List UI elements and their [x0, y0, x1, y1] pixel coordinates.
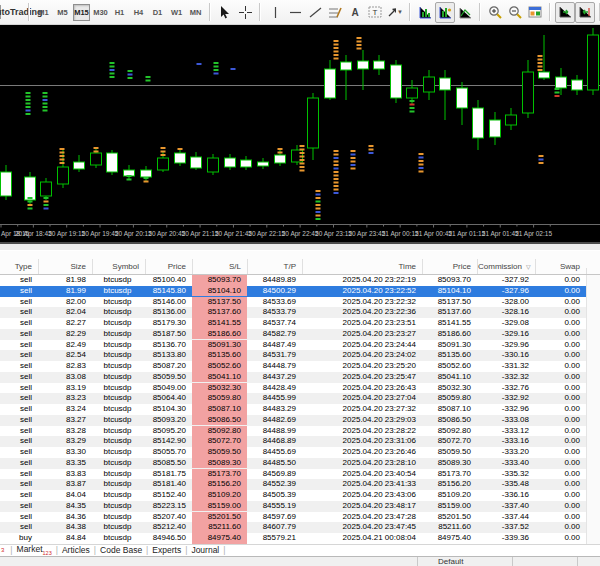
cell-type: sell [0, 426, 38, 437]
chart-autoscroll-button[interactable] [555, 2, 575, 23]
cell-size: 82.00 [38, 297, 92, 308]
tab-experts[interactable]: Experts [152, 545, 181, 555]
column-header-size[interactable]: Size [38, 259, 92, 274]
zoom-out-button[interactable] [505, 2, 525, 23]
cursor-tool-button[interactable] [215, 2, 235, 23]
price-chart[interactable]: Apr 18:1520 Apr 18:4520 Apr 19:1520 Apr … [0, 25, 600, 242]
table-row[interactable]: sell83.24btcusdp85104.3085087.1084483.29… [0, 404, 600, 415]
text-tool-button[interactable]: A [345, 2, 365, 23]
table-row[interactable]: sell83.30btcusdp85055.7085059.5084455.69… [0, 447, 600, 458]
cell-commission: -333.20 [477, 447, 535, 458]
cell-time: 2025.04.20 23:43:06 [302, 490, 422, 501]
cell-type: sell [0, 275, 38, 286]
table-row[interactable]: sell83.83btcusdp85181.7585173.7084569.89… [0, 469, 600, 480]
table-row[interactable]: sell81.99btcusdp85145.8085104.1084500.29… [0, 286, 600, 297]
timeframe-button-m30[interactable]: M30 [92, 4, 109, 21]
timeframe-button-mn[interactable]: MN [187, 4, 204, 21]
fibonacci-tool-button[interactable] [325, 2, 345, 23]
crosshair-tool-button[interactable] [235, 2, 255, 23]
cell-sl: 85141.55 [192, 318, 247, 329]
table-row[interactable]: sell82.00btcusdp85146.0085137.5084533.69… [0, 297, 600, 308]
timeframe-button-m1[interactable]: M1 [35, 4, 52, 21]
column-header-tp[interactable]: T/P [247, 259, 302, 274]
table-row[interactable]: sell83.19btcusdp85049.0085032.3084428.49… [0, 383, 600, 394]
table-row[interactable]: sell82.83btcusdp85087.2085052.6084448.79… [0, 361, 600, 372]
time-axis-label: 20 Apr 18:45 [15, 230, 52, 238]
table-row[interactable]: sell82.29btcusdp85187.5085186.6084582.79… [0, 329, 600, 340]
row-filler [586, 318, 600, 329]
timeframe-button-h1[interactable]: H1 [111, 4, 128, 21]
text-label-tool-button[interactable]: T [365, 2, 385, 23]
table-row[interactable]: sell83.28btcusdp85095.2085092.8084488.99… [0, 426, 600, 437]
table-row[interactable]: buy84.84btcusdp84946.5084975.4085579.212… [0, 533, 600, 544]
table-row[interactable]: sell82.54btcusdp85133.8085135.6084531.79… [0, 350, 600, 361]
column-header-commission[interactable]: Commission▽ [477, 259, 535, 274]
tab-separator: | [94, 545, 96, 555]
text-tool-label: A [351, 7, 358, 18]
timeframe-button-h4[interactable]: H4 [130, 4, 147, 21]
column-header-swap[interactable]: Swap [535, 259, 586, 274]
tile-windows-button[interactable] [525, 2, 545, 23]
chart-shift-button[interactable] [575, 2, 595, 23]
trade-marker-cluster [161, 147, 166, 156]
table-body: sell81.98btcusdp85100.4085093.7084489.89… [0, 275, 600, 544]
indicator-window-button[interactable] [435, 2, 455, 23]
table-row[interactable]: sell83.08btcusdp85059.5085041.1084437.29… [0, 372, 600, 383]
zoom-in-button[interactable] [485, 2, 505, 23]
column-header-sl[interactable]: S/L [192, 259, 247, 274]
table-row[interactable]: sell82.27btcusdp85179.3085141.5584537.74… [0, 318, 600, 329]
autotrading-button[interactable]: AutoTrading [4, 2, 24, 23]
trendline-tool-button[interactable] [305, 2, 325, 23]
cell-sl: 85092.80 [192, 426, 247, 437]
panel-splitter[interactable] [0, 244, 600, 251]
table-row[interactable]: sell82.49btcusdp85136.7085091.3084487.49… [0, 340, 600, 351]
oscillator-button[interactable] [455, 2, 475, 23]
status-bar: Default [0, 556, 600, 566]
row-filler [586, 522, 600, 533]
column-header-type[interactable]: Type [0, 259, 38, 274]
table-row[interactable]: sell84.38btcusdp85212.4085211.6084607.79… [0, 522, 600, 533]
profile-cell[interactable]: Default [418, 557, 513, 566]
column-header-price[interactable]: Price [422, 259, 477, 274]
column-header-symbol[interactable]: Symbol [92, 259, 145, 274]
shapes-tool-button[interactable]: ▼ [385, 2, 405, 23]
cell-sl: 85032.30 [192, 383, 247, 394]
cell-commission: -332.96 [477, 404, 535, 415]
table-row[interactable]: sell83.27btcusdp85093.2085086.5084482.69… [0, 415, 600, 426]
cell-price: 85087.10 [422, 404, 477, 415]
table-row[interactable]: sell81.98btcusdp85100.4085093.7084489.89… [0, 275, 600, 286]
column-header-price[interactable]: Price [145, 259, 192, 274]
cell-sl: 85059.50 [192, 447, 247, 458]
cell-symbol: btcusdp [92, 490, 145, 501]
cell-swap: 0.00 [535, 533, 586, 544]
cell-price: 85186.60 [422, 329, 477, 340]
table-row[interactable]: sell84.36btcusdp85207.4085201.5084597.69… [0, 512, 600, 523]
cell-type: sell [0, 436, 38, 447]
cell-type: sell [0, 404, 38, 415]
cell-tp: 84569.89 [247, 469, 302, 480]
cell-time: 2025.04.20 23:27:32 [302, 404, 422, 415]
table-row[interactable]: sell83.87btcusdp85181.4085156.2084552.39… [0, 479, 600, 490]
indicators-button[interactable] [415, 2, 435, 23]
text-label-icon: T [368, 6, 382, 18]
timeframe-button-m5[interactable]: M5 [54, 4, 71, 21]
cell-time: 2025.04.20 23:47:28 [302, 512, 422, 523]
timeframe-button-w1[interactable]: W1 [168, 4, 185, 21]
vertical-line-tool-button[interactable] [265, 2, 285, 23]
table-row[interactable]: sell83.29btcusdp85142.9085072.7084468.89… [0, 436, 600, 447]
tab-market[interactable]: Market123 [17, 544, 52, 556]
tab-journal[interactable]: Journal [191, 545, 219, 555]
horizontal-line-tool-button[interactable] [285, 2, 305, 23]
timeframe-button-m15[interactable]: M15 [73, 4, 90, 21]
table-row[interactable]: sell84.04btcusdp85152.4085109.2084505.39… [0, 490, 600, 501]
tab-separator: | [56, 545, 58, 555]
table-row[interactable]: sell82.04btcusdp85136.0085137.6084533.79… [0, 307, 600, 318]
column-header-time[interactable]: Time [302, 259, 422, 274]
table-row[interactable]: sell83.23btcusdp85064.4085059.8084455.99… [0, 393, 600, 404]
timeframe-button-d1[interactable]: D1 [149, 4, 166, 21]
tab-code-base[interactable]: Code Base [100, 545, 142, 555]
cell-price: 85135.60 [422, 350, 477, 361]
table-row[interactable]: sell83.35btcusdp85085.5085089.3084485.50… [0, 458, 600, 469]
tab-articles[interactable]: Articles [62, 545, 90, 555]
table-row[interactable]: sell84.35btcusdp85223.1585159.0084555.19… [0, 501, 600, 512]
